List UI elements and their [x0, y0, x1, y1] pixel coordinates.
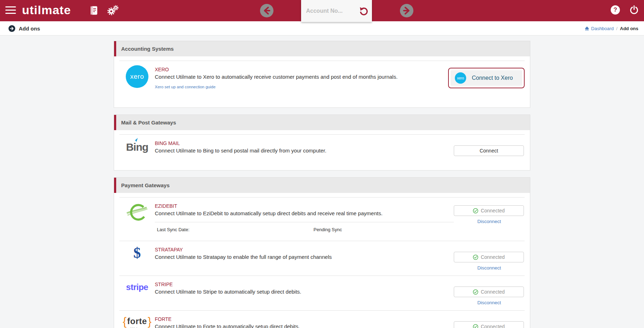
addon-description: Connect Utilmate to Stripe to automatica…	[155, 289, 454, 295]
connected-check-icon	[473, 255, 478, 260]
page-title: Add ons	[19, 26, 40, 32]
addon-row-ezidebit: EZIDEBIT Connect Utilmate to EziDebit to…	[119, 197, 525, 241]
addon-name: XERO	[155, 67, 454, 72]
xero-setup-guide-link[interactable]: Xero set up and connection guide	[155, 85, 215, 89]
addon-name: EZIDEBIT	[155, 203, 454, 209]
sync-info-row: Last Sync Date: Pending Sync	[155, 222, 454, 236]
connect-button[interactable]: Connect	[454, 145, 524, 156]
breadcrumb-current: Add ons	[620, 26, 638, 31]
addon-row-forte: { forte } a CSG Company FORTE Connect Ut…	[119, 310, 525, 328]
breadcrumb-dashboard-link[interactable]: Dashboard	[584, 26, 614, 31]
home-icon	[584, 26, 589, 31]
app-logo: utilmate	[22, 3, 71, 17]
last-sync-date-label: Last Sync Date:	[157, 227, 313, 232]
section-title: Mail & Post Gateways	[121, 119, 176, 126]
connected-button[interactable]: Connected	[454, 205, 524, 216]
pending-sync-label: Pending Sync	[313, 227, 342, 232]
addon-description: Connect Utilmate to EziDebit to automati…	[155, 210, 454, 216]
breadcrumb-separator: /	[616, 26, 617, 31]
xero-logo: xero	[126, 65, 148, 88]
connect-to-xero-button[interactable]: xero Connect to Xero	[448, 68, 525, 88]
addon-row-xero: xero XERO Connect Utilmate to Xero to au…	[119, 61, 525, 95]
addon-row-bing: Bing BING MAIL Connect Utilmate to Bing …	[119, 134, 525, 161]
xero-button-logo: xero	[455, 72, 466, 84]
bing-accent-icon	[134, 138, 138, 143]
next-account-icon[interactable]	[400, 4, 413, 17]
settings-gears-icon[interactable]	[107, 5, 119, 17]
main-content: Accounting Systems xero XERO Connect Uti…	[0, 35, 644, 328]
page-title-bar: Add ons Dashboard / Add ons	[0, 21, 644, 35]
bing-logo: Bing	[126, 139, 148, 152]
help-icon[interactable]: ?	[611, 5, 620, 15]
account-search-box	[301, 0, 372, 22]
menu-icon[interactable]	[5, 6, 16, 15]
connected-check-icon	[473, 289, 478, 295]
section-payment-gateways: Payment Gateways EZIDEBIT Connect Utilma…	[114, 177, 530, 328]
previous-account-icon[interactable]	[260, 4, 273, 17]
addon-row-stratapay: $ STRATAPAY Connect Utilmate to Stratapa…	[119, 241, 525, 276]
addon-description: Connect Utilmate to Bing to send postal …	[155, 148, 454, 154]
forte-logo: { forte } a CSG Company	[123, 315, 151, 327]
disconnect-link[interactable]: Disconnect	[454, 219, 525, 224]
disconnect-link[interactable]: Disconnect	[454, 265, 525, 271]
logout-power-icon[interactable]	[629, 5, 639, 16]
addon-description: Connect Utilmate to Xero to automaticall…	[155, 74, 454, 80]
disconnect-link[interactable]: Disconnect	[454, 300, 525, 305]
stripe-logo: stripe	[126, 280, 148, 292]
connected-check-icon	[473, 208, 478, 213]
connected-button[interactable]: Connected	[454, 321, 524, 328]
section-accounting-systems: Accounting Systems xero XERO Connect Uti…	[114, 41, 530, 108]
section-header: Payment Gateways	[114, 178, 530, 193]
connected-button[interactable]: Connected	[454, 287, 524, 297]
undo-icon[interactable]	[358, 6, 368, 16]
manual-icon[interactable]	[90, 6, 98, 17]
addon-name: STRIPE	[155, 282, 454, 287]
section-title: Accounting Systems	[121, 46, 174, 52]
addon-name: STRATAPAY	[155, 247, 454, 252]
addon-description: Connect Utilmate to Stratapay to enable …	[155, 254, 454, 260]
addon-row-stripe: stripe STRIPE Connect Utilmate to Stripe…	[119, 276, 525, 310]
connected-button[interactable]: Connected	[454, 252, 524, 262]
section-mail-post-gateways: Mail & Post Gateways Bing BING MAIL Conn…	[114, 115, 530, 171]
connect-to-xero-label: Connect to Xero	[472, 75, 513, 81]
page-arrow-icon	[9, 25, 15, 32]
section-header: Mail & Post Gateways	[114, 115, 530, 130]
addon-name: FORTE	[155, 316, 454, 322]
addon-description: Connect Utilmate to Forte to automatical…	[155, 323, 454, 328]
app-header: utilmate	[0, 0, 644, 21]
ezidebit-logo	[125, 202, 149, 223]
account-number-input[interactable]	[306, 8, 358, 14]
connected-check-icon	[473, 324, 478, 328]
addon-name: BING MAIL	[155, 140, 454, 146]
section-header: Accounting Systems	[114, 41, 530, 56]
section-title: Payment Gateways	[121, 182, 170, 188]
stratapay-logo: $	[134, 245, 141, 260]
breadcrumb: Dashboard / Add ons	[584, 21, 638, 35]
